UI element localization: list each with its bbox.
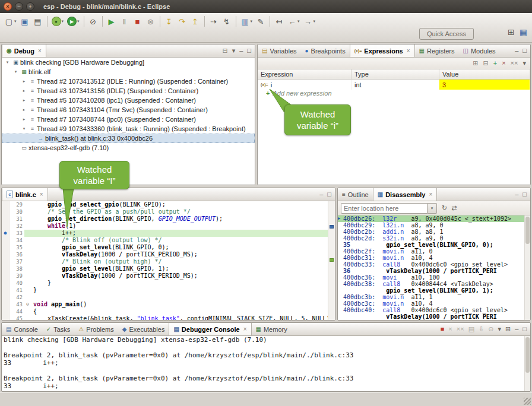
remove-all-launches-icon[interactable]: ×× [457, 326, 464, 332]
code-line[interactable]: 36vTaskDelay(1000 / portTICK_PERIOD_MS); [2, 251, 328, 258]
fold-collapse-icon[interactable]: ⊖ [24, 301, 31, 308]
disassembly-row[interactable]: 35 gpio_set_level(BLINK_GPIO, 0); [338, 242, 524, 248]
debug-tree-item[interactable]: ▸≡Thread #5 1073410208 (ipc1) (Suspended… [2, 96, 255, 105]
marker-bar[interactable] [2, 215, 10, 223]
debug-icon[interactable]: ● [52, 17, 61, 26]
skip-all-breakpoints-icon[interactable]: ⊘ [87, 15, 99, 27]
step-return-icon[interactable]: ↥ [189, 15, 201, 27]
disassembly-row[interactable]: 400dbc33: call8 0x400dc6c0 <gpio_set_lev… [338, 261, 524, 268]
minimize-icon[interactable]: – [515, 326, 518, 332]
add-expression-row[interactable]: + Add new expression [258, 90, 530, 100]
disassembly-row[interactable]: 400dbc29: l32i.n a8, a9, 0 [338, 222, 524, 229]
disassembly-row[interactable]: 400dbc2f: movi.n a11, 0 [338, 248, 524, 255]
tab-executables[interactable]: ◆Executables [118, 323, 169, 335]
debug-tree-item[interactable]: ▾≡Thread #9 1073433360 (blink_task : Run… [2, 124, 255, 134]
disassembly-row[interactable]: 400dbc31: movi.n a10, 4 [338, 255, 524, 261]
resume-icon[interactable]: ▶ [106, 15, 118, 27]
minimize-icon[interactable]: – [515, 191, 518, 198]
code-line[interactable]: 29gpio_pad_select_gpio(BLINK_GPIO); [2, 201, 328, 208]
disassembly-row[interactable]: 400dbc2d: s32i.n a8, a9, 0 [338, 235, 524, 242]
window-maximize-button[interactable]: + [26, 2, 34, 11]
display-selected-console-icon[interactable]: ▾ [498, 326, 501, 332]
forward-icon-menu[interactable]: ▾ [314, 19, 316, 24]
tab-outline[interactable]: ≡Outline [338, 188, 373, 201]
disassembly-row[interactable]: 400dbc3b: movi.n a11, 1 [338, 294, 524, 300]
quick-access-button[interactable]: Quick Access [419, 28, 474, 40]
code-line[interactable]: ●33i++; [2, 230, 328, 237]
code-line[interactable]: 45xTaskCreate(&blink_task, "blink_task",… [2, 315, 328, 320]
disassembly-row[interactable]: 400dbc36: movi a10, 100 [338, 274, 524, 281]
maximize-icon[interactable]: □ [327, 191, 331, 198]
overview-current-line-mark[interactable] [330, 258, 334, 262]
minimize-icon[interactable]: – [239, 47, 243, 54]
disassembly-row[interactable]: 400dbc2b: addi.n a8, a8, 1 [338, 229, 524, 235]
disassembly-scrollbar[interactable] [524, 215, 530, 320]
minimize-icon[interactable]: – [319, 191, 323, 198]
instruction-stepping-icon[interactable]: ⇢ [208, 15, 220, 27]
refresh-icon[interactable]: ↻ [442, 205, 447, 211]
disconnect-icon[interactable]: ⊗ [145, 15, 157, 27]
run-icon[interactable]: ▶ [67, 17, 77, 26]
marker-bar[interactable] [2, 272, 10, 280]
tab-close-icon[interactable]: × [40, 191, 43, 198]
marker-bar[interactable] [2, 251, 10, 258]
tab-tasks[interactable]: ✓Tasks [42, 323, 75, 335]
tab-debug[interactable]: ◉Debug× [2, 45, 46, 57]
disassembly-row[interactable]: gpio_set_level(BLINK_GPIO, 1); [338, 287, 524, 294]
marker-bar[interactable] [2, 287, 10, 294]
marker-bar[interactable] [2, 301, 10, 308]
open-console-icon[interactable]: ⊞ [505, 326, 511, 332]
marker-bar[interactable] [2, 265, 10, 272]
console-scrollbar[interactable] [524, 336, 530, 391]
column-header-value[interactable]: Value [439, 69, 530, 79]
tree-expander-icon[interactable]: ▾ [4, 60, 11, 65]
tab-disassembly[interactable]: ▥Disassembly× [373, 188, 438, 201]
marker-bar[interactable] [2, 280, 10, 287]
code-line[interactable]: 41} [2, 287, 328, 294]
step-over-icon[interactable]: ↷ [176, 15, 188, 27]
annotation-icon[interactable]: ✎ [255, 15, 267, 27]
code-line[interactable]: 39vTaskDelay(1000 / portTICK_PERIOD_MS); [2, 272, 328, 280]
new-wizard-icon-menu[interactable]: ▾ [14, 19, 17, 24]
suspend-icon[interactable]: ‖ [119, 15, 131, 27]
disassembly-listing[interactable]: ▶400dbc26: l32r a9, 0x400d045c <_stext+1… [338, 215, 524, 320]
location-input[interactable] [341, 203, 428, 214]
overview-ruler[interactable] [328, 201, 335, 320]
code-line[interactable]: 35gpio_set_level(BLINK_GPIO, 0); [2, 244, 328, 251]
maximize-icon[interactable]: □ [522, 191, 527, 198]
column-header-expression[interactable]: Expression [258, 69, 352, 79]
code-line[interactable]: 42 [2, 294, 328, 301]
tab-debugger-console[interactable]: ▤Debugger Console× [169, 323, 251, 335]
tab-close-icon[interactable]: × [243, 326, 247, 332]
marker-bar[interactable] [2, 208, 10, 215]
new-console-view-icon[interactable]: ▥ [239, 15, 251, 27]
disassembly-row[interactable]: 400dbc40: call8 0x400dc6c0 <gpio_set_lev… [338, 307, 524, 313]
console-output[interactable]: blink checking [GDB Hardware Debugging] … [4, 336, 524, 391]
marker-bar[interactable] [2, 201, 10, 208]
pin-console-icon[interactable]: ⊙ [488, 326, 493, 332]
maximize-icon[interactable]: □ [522, 47, 527, 54]
disassembly-row[interactable]: vTaskDelay(1000 / portTICK_PERI [338, 313, 524, 320]
debug-tree-item[interactable]: ▸≡Thread #6 1073431104 (Tmr Svc) (Suspen… [2, 105, 255, 115]
marker-bar[interactable] [2, 223, 10, 230]
tree-expander-icon[interactable]: ▾ [20, 126, 28, 131]
view-menu-icon[interactable]: ▾ [232, 47, 236, 54]
disassembly-row[interactable]: 36 vTaskDelay(1000 / portTICK_PERI [338, 268, 524, 274]
collapse-all-icon[interactable]: ⊟ [483, 60, 489, 66]
code-line[interactable]: 31gpio_set_direction(BLINK_GPIO, GPIO_MO… [2, 215, 328, 223]
maximize-icon[interactable]: □ [522, 326, 527, 332]
tab-problems[interactable]: ⚠Problems [74, 323, 118, 335]
step-into-icon[interactable]: ↧ [163, 15, 175, 27]
scroll-lock-icon[interactable]: ⇩ [479, 326, 484, 332]
debug-icon-menu[interactable]: ▾ [62, 19, 64, 24]
view-menu-icon[interactable]: ▾ [522, 60, 526, 66]
debug-perspective-icon[interactable]: ▦ [520, 28, 527, 36]
forward-icon[interactable]: → [302, 15, 314, 27]
debug-tree-item[interactable]: ▸≡Thread #2 1073413512 (IDLE : Running) … [2, 77, 255, 86]
tree-expander-icon[interactable]: ▸ [20, 88, 28, 93]
last-edit-location-icon[interactable]: ↤ [273, 15, 285, 27]
terminate-icon[interactable]: ■ [132, 15, 144, 27]
minimize-icon[interactable]: – [515, 47, 518, 54]
show-type-names-icon[interactable]: ⊞ [473, 60, 478, 66]
debug-tree-item[interactable]: →blink_task() at blink.c:33 0x400dbc26 [2, 134, 255, 143]
